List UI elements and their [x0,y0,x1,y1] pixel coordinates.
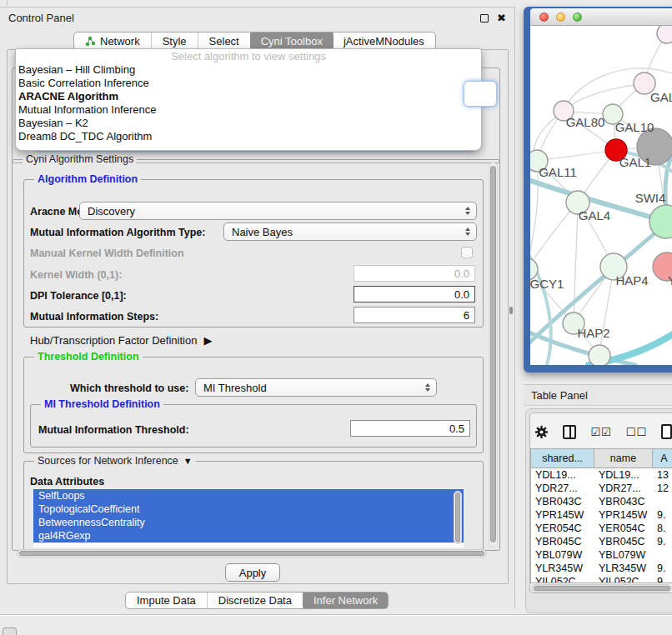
column-header-cut[interactable]: A [653,449,672,468]
algorithm-option-aracne[interactable]: ARACNE Algorithm [16,90,481,103]
network-view-canvas[interactable]: GALGAL80GAL10GAL1GAL11SWI4GAL4GCY1HAP4YH… [530,26,672,365]
screen-root: Control Panel ✖ Network Style Select Cyn… [0,0,672,635]
tab-impute-data[interactable]: Impute Data [126,592,208,608]
combo-arrows-icon [425,383,430,392]
float-window-icon[interactable] [480,14,489,22]
cutoff-corner-button[interactable] [3,628,17,635]
network-node-label: GAL10 [615,120,654,134]
splitpane-drag-handle[interactable] [509,307,513,314]
algorithm-option-mutual-information[interactable]: Mutual Information Inference [16,103,481,117]
table-row[interactable]: YDL19...YDL19...13 [531,468,672,482]
document-icon[interactable] [661,424,672,439]
threshold-definition-title: Threshold Definition [34,351,143,362]
data-attributes-list[interactable]: SelfLoops TopologicalCoefficient Between… [33,489,464,548]
mi-algorithm-type-combo[interactable]: Naive Bayes [223,222,477,241]
combo-arrows-icon [465,207,470,215]
network-node-label: GAL4 [579,208,610,222]
algorithm-combo-fragment[interactable] [464,81,497,107]
tab-jactivemnodules[interactable]: jActiveMNodules [333,32,435,49]
kernel-width-label: Kernel Width (0,1): [30,269,122,281]
tab-infer-network[interactable]: Infer Network [303,592,389,609]
select-all-columns-icon[interactable]: ☑☑ [590,426,611,438]
table-hscrollbar-thumb[interactable] [534,586,670,591]
apply-button[interactable]: Apply [225,563,280,582]
settings-hscrollbar-track[interactable] [17,549,487,558]
expander-arrow-icon: ▶ [203,334,212,347]
table-row[interactable]: YLR345WYLR345W9. [531,562,672,575]
node-table: shared... name A YDL19...YDL19...13 YDR2… [530,448,672,583]
tab-discretize-data[interactable]: Discretize Data [208,592,303,608]
attributes-scrollbar-thumb[interactable] [455,492,460,542]
table-hscrollbar-track[interactable] [531,584,672,592]
algorithm-dropdown-placeholder: Select algorithm to view settings [16,49,481,63]
network-node[interactable] [589,345,610,365]
attribute-item-gal4rgexp[interactable]: gal4RGexp [33,529,464,542]
settings-hscrollbar-thumb[interactable] [19,551,484,556]
control-panel-tabbar: Network Style Select Cyni Toolbox jActiv… [73,32,436,50]
tab-style[interactable]: Style [152,32,198,49]
dpi-tolerance-field[interactable]: 0.0 [354,286,475,302]
tab-cyni-toolbox[interactable]: Cyni Toolbox [250,32,333,50]
which-threshold-combo[interactable]: MI Threshold [195,378,437,397]
table-row[interactable]: YBR043CYBR043C [531,495,672,508]
attribute-item-betweennesscentrality[interactable]: BetweennessCentrality [33,516,464,529]
table-row[interactable]: YPR145WYPR145W9. [531,508,672,522]
tab-select[interactable]: Select [198,32,251,49]
network-window-titlebar[interactable] [530,8,672,26]
window-edge-artifact [7,0,8,6]
deselect-all-columns-icon[interactable]: ☐☐ [626,426,647,438]
mi-threshold-field[interactable]: 0.5 [350,420,470,437]
network-node-label: GAL1 [619,155,651,169]
table-row[interactable]: YBL079WYBL079W [531,548,672,562]
mi-algorithm-type-label: Mutual Information Algorithm Type: [30,227,205,238]
network-node-label: GAL11 [539,165,577,179]
close-window-icon[interactable]: ✖ [497,14,506,22]
tab-network[interactable]: Network [74,32,152,49]
table-row[interactable]: YBR045CYBR045C9. [531,535,672,548]
hub-transcription-factor-expander[interactable]: Hub/Transcription Factor Definition ▶ [30,334,212,347]
aracne-mode-combo[interactable]: Discovery [79,202,477,220]
algorithm-dropdown-list: Select algorithm to view settings Bayesi… [15,48,482,151]
minimize-traffic-light-icon[interactable] [556,12,565,22]
control-panel-titlebar: Control Panel ✖ [0,8,514,28]
table-row[interactable]: YDR27...YDR27...12 [531,482,672,495]
table-body: YDL19...YDL19...13 YDR27...YDR27...12 YB… [531,468,672,583]
manual-kernel-width-label: Manual Kernel Width Definition [30,248,184,259]
network-node-label: HAP4 [615,273,648,288]
table-row[interactable]: YIL052CYIL052C9. [531,575,672,583]
columns-icon[interactable] [563,425,577,439]
column-header-shared-name[interactable]: shared... [531,449,594,468]
settings-scrollbar-thumb[interactable] [490,166,496,542]
collapse-arrow-icon[interactable]: ▼ [183,456,193,466]
network-node-label: GCY1 [530,277,564,291]
manual-kernel-width-checkbox[interactable] [461,247,473,258]
table-header-row: shared... name A [531,449,672,468]
attributes-scrollbar-track[interactable] [454,491,462,544]
network-node-label: SWI4 [635,191,666,205]
cyni-bottom-tabbar: Impute Data Discretize Data Infer Networ… [125,592,389,609]
column-header-name[interactable]: name [594,449,653,468]
algorithm-option-bayesian-k2[interactable]: Bayesian – K2 [16,117,481,130]
table-panel-title: Table Panel [531,389,588,402]
network-tab-icon [85,36,96,47]
algorithm-option-dream8[interactable]: Dream8 DC_TDC Algorithm [16,130,481,143]
mi-steps-field[interactable]: 6 [354,307,475,323]
data-attributes-label: Data Attributes [30,476,104,488]
cyni-algorithm-settings-title: Cyni Algorithm Settings [23,153,137,165]
table-row[interactable]: YER054CYER054C8. [531,522,672,535]
close-traffic-light-icon[interactable] [539,12,549,22]
settings-scrollbar-track[interactable] [489,162,498,548]
algorithm-option-basic-correlation[interactable]: Basic Correlation Inference [16,77,481,90]
attribute-item-topologicalcoefficient[interactable]: TopologicalCoefficient [33,502,464,516]
attribute-item-selfloops[interactable]: SelfLoops [33,489,464,502]
kernel-width-field[interactable]: 0.0 [354,265,475,282]
network-node[interactable] [657,26,672,43]
algorithm-option-bayesian-hill-climbing[interactable]: Bayesian – Hill Climbing [16,63,481,77]
network-node-label: GAL [650,90,672,104]
zoom-traffic-light-icon[interactable] [573,12,582,22]
gear-icon[interactable] [534,424,549,440]
bottom-divider [0,614,672,616]
algorithm-definition-title: Algorithm Definition [34,173,141,185]
mi-threshold-label: Mutual Information Threshold: [38,424,189,436]
network-node-label: HAP2 [577,326,609,340]
